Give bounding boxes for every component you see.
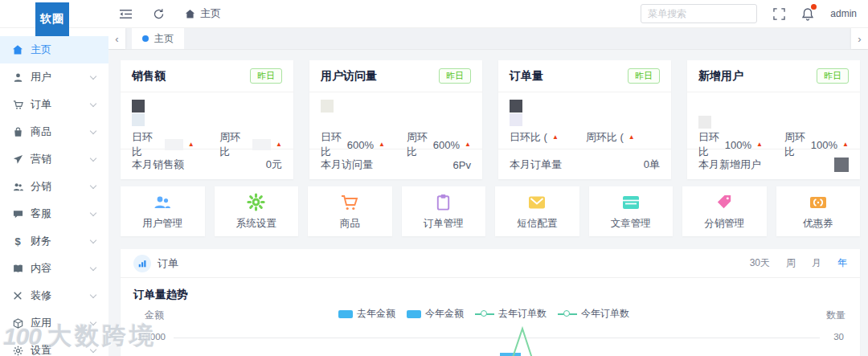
sidebar-item-label: 客服 [31,207,51,221]
filter-year[interactable]: 年 [837,256,847,270]
yesterday-badge: 昨日 [817,68,849,84]
stat-card-sales: 销售额 昨日 日环比 ▲ 周环比 ▲ 本月销售额 0元 [121,60,293,179]
card-title: 新增用户 [698,69,743,84]
gear-icon [247,193,266,212]
clipboard-icon [434,193,453,212]
filter-week[interactable]: 周 [786,256,796,270]
shortcut-order-management[interactable]: 订单管理 [402,186,486,236]
time-filters: 30天 周 月 年 [750,256,847,270]
tab-home[interactable]: 主页 [132,28,184,49]
card-title: 订单量 [510,69,543,84]
up-triangle-icon: ▲ [756,141,763,148]
shortcut-label: 系统设置 [236,217,276,231]
sidebar-item-label: 设置 [31,343,51,356]
tabs-scroll-left-icon[interactable]: ‹ [108,28,125,49]
sidebar-item-finance[interactable]: $ 财务 [0,227,108,255]
people-icon [12,181,23,192]
sidebar-item-service[interactable]: 客服 [0,200,108,227]
footer-label: 本月访问量 [321,158,373,172]
filter-month[interactable]: 月 [812,256,821,270]
cart-icon [12,99,23,110]
card-title: 销售额 [132,69,166,84]
day-ratio-label: 日环比 [321,130,342,159]
legend-bar-swatch [407,310,421,318]
tab-label: 主页 [154,32,174,46]
week-ratio-label: 周环比 [407,130,428,159]
breadcrumb[interactable]: 主页 [185,6,221,21]
collapse-sidebar-icon[interactable] [119,8,133,20]
orders-line-series [133,325,583,356]
cube-icon [12,317,23,329]
active-tab-dot [142,35,149,42]
notifications-bell-icon[interactable] [801,7,814,21]
sidebar-item-settings[interactable]: 设置 [0,337,108,356]
panel-title: 订单 [133,255,178,272]
shortcut-products[interactable]: 商品 [308,186,392,236]
sidebar-item-products[interactable]: 商品 [0,118,108,145]
value-placeholder [510,100,660,129]
up-triangle-icon: ▲ [379,141,385,148]
home-icon [185,9,195,19]
footer-label: 本月新增用户 [698,158,761,172]
mail-icon [527,193,547,212]
home-icon [12,44,23,55]
book-icon [12,263,23,274]
shortcut-article-management[interactable]: 文章管理 [589,186,674,236]
sidebar-item-home[interactable]: 主页 [0,36,108,63]
sidebar-item-decoration[interactable]: 装修 [0,282,108,309]
sidebar-item-orders[interactable]: 订单 [0,91,108,118]
tabs-scroll-right-icon[interactable]: › [851,28,868,49]
legend-line-swatch [558,310,577,318]
filter-30days[interactable]: 30天 [750,256,770,270]
shortcut-label: 文章管理 [611,217,651,231]
legend-line-swatch [475,310,494,318]
value-placeholder [834,158,849,172]
fullscreen-icon[interactable] [773,8,785,20]
legend-last-year-orders[interactable]: 去年订单数 [475,307,547,321]
refresh-icon[interactable] [153,8,165,20]
stat-card-visits: 用户访问量 昨日 日环比 600% ▲ 周环比 600% ▲ 本月访问量 [309,60,482,179]
search-input[interactable] [641,4,757,23]
shortcut-sms-config[interactable]: 短信配置 [495,186,579,236]
shortcut-label: 优惠券 [803,217,833,231]
sidebar-item-label: 营销 [31,152,51,166]
chevron-down-icon [90,209,96,215]
legend-this-year-amount[interactable]: 今年金额 [407,307,464,321]
value-placeholder [252,139,271,150]
shortcut-user-management[interactable]: 用户管理 [121,186,205,236]
legend-last-year-amount[interactable]: 去年金额 [338,307,395,321]
sidebar-item-content[interactable]: 内容 [0,255,108,282]
shortcut-coupons[interactable]: 优惠券 [776,186,861,236]
sidebar-item-users[interactable]: 用户 [0,63,108,91]
right-axis-tick: 30 [833,332,844,342]
sidebar-item-label: 用户 [31,70,51,84]
sidebar-item-marketing[interactable]: 营销 [0,145,108,173]
dollar-icon: $ [12,235,23,247]
footer-label: 本月销售额 [132,158,184,172]
day-ratio-label: 日环比 [698,130,720,159]
bag-icon [12,126,23,137]
shortcut-distribution-management[interactable]: 分销管理 [682,186,767,236]
chat-icon [12,208,23,219]
card-title: 用户访问量 [321,69,377,84]
legend-this-year-orders[interactable]: 今年订单数 [558,307,629,321]
app-logo: 软圈 [35,2,69,36]
chart-title: 订单量趋势 [133,288,847,302]
tag-icon [714,193,734,212]
tools-icon [12,290,23,301]
sidebar-item-label: 分销 [31,179,51,194]
user-menu[interactable]: admin [830,8,857,19]
sidebar-item-label: 商品 [31,125,51,139]
order-chart-panel: 订单 30天 周 月 年 订单量趋势 金额 去年金额 [121,249,860,356]
chevron-down-icon [90,127,96,133]
right-axis-label: 数量 [826,309,845,322]
sidebar-item-distribution[interactable]: 分销 [0,173,108,200]
stat-card-orders: 订单量 昨日 日环比 ( ▲ 周环比 ( ▲ 本月订单量 0单 [498,60,671,179]
up-triangle-icon: ▲ [465,141,471,148]
shortcut-system-settings[interactable]: 系统设置 [215,186,299,236]
chart-plot-area: 10,000 30 8,000 25 [133,325,847,356]
week-ratio-label: 周环比 [784,130,806,159]
yesterday-badge: 昨日 [628,68,660,84]
chevron-down-icon [90,318,96,325]
sidebar-item-apps[interactable]: 应用 [0,309,108,337]
